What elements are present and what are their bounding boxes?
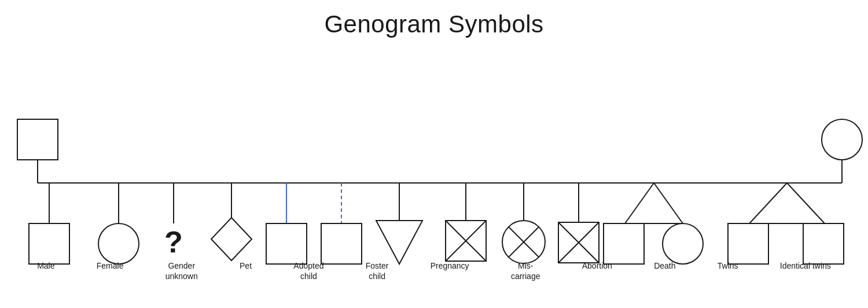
label-identical-twins: Identical twins [780,261,831,271]
svg-line-19 [625,183,654,223]
identical-twins-left-symbol [728,223,768,264]
twins-right-symbol [663,223,703,264]
label-foster-child: Foster child [366,261,389,281]
label-pet: Pet [240,261,252,271]
label-male: Male [37,261,54,271]
labels-row: Male Female Gender unknown Pet Adopted c… [0,261,868,281]
label-adopted-child: Adopted child [293,261,323,281]
label-miscarriage: Mis- carriage [511,261,540,281]
genogram-svg: ? [0,44,868,287]
parent-female-symbol [822,119,862,160]
label-death: Death [654,261,675,271]
svg-line-22 [749,183,787,223]
pet-symbol [211,218,252,261]
adopted-child-symbol [266,223,307,264]
parent-male-symbol [17,119,58,160]
gender-unknown-symbol: ? [164,225,183,259]
label-pregnancy: Pregnancy [431,261,469,271]
label-female: Female [97,261,124,271]
diagram-area: ? [0,44,868,287]
svg-line-20 [654,183,683,223]
twins-left-symbol [604,223,644,264]
label-twins: Twins [718,261,738,271]
pregnancy-symbol [376,221,422,264]
svg-line-23 [787,183,825,223]
male-symbol [29,223,69,264]
identical-twins-right-symbol [803,223,844,264]
foster-child-symbol [321,223,362,264]
female-symbol [98,223,139,264]
label-abortion: Abortion [582,261,612,271]
label-gender-unknown: Gender unknown [165,261,198,281]
page-title: Genogram Symbols [0,0,868,38]
